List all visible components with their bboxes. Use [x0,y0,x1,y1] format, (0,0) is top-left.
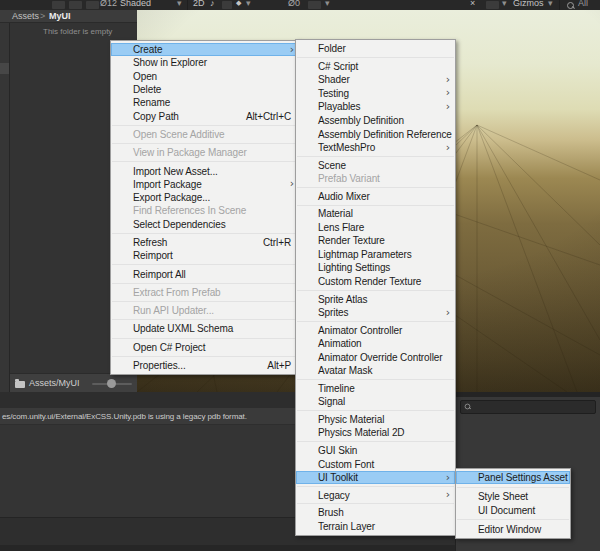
panel-search-input[interactable] [460,400,596,414]
menu-item-label: Reimport [133,250,173,261]
submenu-arrow-icon: › [446,142,450,153]
menu-separator [297,410,454,411]
menu-item-signal[interactable]: Signal [296,395,455,409]
menu-separator [112,264,298,265]
lighting-toggle-icon[interactable] [222,1,232,9]
menu-item-reimport-all[interactable]: Reimport All [111,267,299,280]
menu-item-timeline[interactable]: Timeline [296,382,455,396]
menu-item-label: Material [318,208,353,219]
2d-toggle[interactable]: 2D [193,0,205,10]
menu-item-folder[interactable]: Folder [296,42,455,56]
menu-item-export-package[interactable]: Export Package... [111,191,299,204]
breadcrumb-separator: > [40,11,45,22]
menu-item-animator-controller[interactable]: Animator Controller [296,323,455,337]
menu-item-material[interactable]: Material [296,207,455,221]
menu-item-animator-override-controller[interactable]: Animator Override Controller [296,350,455,364]
menu-item-delete[interactable]: Delete [111,83,299,96]
menu-item-show-in-explorer[interactable]: Show in Explorer [111,56,299,69]
menu-item-c-script[interactable]: C# Script [296,60,455,74]
panel-top-strip [456,392,600,397]
menu-item-avatar-mask[interactable]: Avatar Mask [296,364,455,378]
effects-dropdown-icon[interactable]: ◆ [236,0,241,10]
menu-item-editor-window[interactable]: Editor Window [456,523,570,536]
menu-item-open[interactable]: Open [111,70,299,83]
menu-item-select-dependencies[interactable]: Select Dependencies [111,218,299,231]
menu-item-render-texture[interactable]: Render Texture [296,234,455,248]
menu-item-animation[interactable]: Animation [296,337,455,351]
menu-separator [457,487,569,488]
ui-toolkit-submenu: Panel Settings AssetStyle SheetUI Docume… [455,468,571,539]
menu-item-textmeshpro[interactable]: TextMeshPro› [296,141,455,155]
menu-item-custom-font[interactable]: Custom Font [296,457,455,471]
menu-item-label: Avatar Mask [318,365,372,376]
empty-folder-text: This folder is empty [43,27,112,36]
camera-icon[interactable] [486,1,499,9]
zoom-slider-handle[interactable] [107,379,116,388]
chevron-down-icon: ▾ [548,0,553,10]
scene-search-input[interactable]: All [578,0,588,10]
menu-item-physic-material[interactable]: Physic Material [296,413,455,427]
menu-item-label: Physics Material 2D [318,427,404,438]
menu-item-lighting-settings[interactable]: Lighting Settings [296,261,455,275]
breadcrumb-current[interactable]: MyUI [49,11,71,22]
menu-item-rename[interactable]: Rename [111,96,299,109]
audio-toggle-icon[interactable]: ♪ [210,0,215,10]
resize-gripper[interactable] [0,63,9,74]
menu-item-run-api-updater: Run API Updater... [111,304,299,317]
menu-separator [457,519,569,520]
menu-item-gui-skin[interactable]: GUI Skin [296,444,455,458]
menu-item-shortcut: Alt+Ctrl+C [236,111,291,122]
menu-item-open-c-project[interactable]: Open C# Project [111,341,299,354]
close-icon[interactable]: × [470,0,475,10]
menu-item-label: Lightmap Parameters [318,249,412,260]
menu-item-style-sheet[interactable]: Style Sheet [456,490,570,503]
menu-item-create[interactable]: Create› [111,43,299,56]
menu-item-sprite-atlas[interactable]: Sprite Atlas [296,292,455,306]
menu-item-label: Copy Path [133,111,179,122]
menu-item-properties[interactable]: Properties...Alt+P [111,359,299,372]
menu-item-shader[interactable]: Shader› [296,73,455,87]
gizmos-dropdown[interactable]: Gizmos [513,0,544,10]
menu-item-ui-document[interactable]: UI Document [456,504,570,517]
menu-separator [112,161,298,162]
menu-separator [112,338,298,339]
menu-item-custom-render-texture[interactable]: Custom Render Texture [296,275,455,289]
menu-item-label: Terrain Layer [318,521,375,532]
menu-item-label: Assembly Definition Reference [318,129,452,140]
menu-item-update-uxml-schema[interactable]: Update UXML Schema [111,322,299,335]
tool-icon[interactable] [52,1,65,9]
submenu-arrow-icon: › [290,178,294,189]
menu-item-reimport[interactable]: Reimport [111,249,299,262]
breadcrumb-root[interactable]: Assets [12,11,39,22]
menu-item-assembly-definition-reference[interactable]: Assembly Definition Reference [296,127,455,141]
menu-item-testing[interactable]: Testing› [296,87,455,101]
create-submenu: FolderC# ScriptShader›Testing›Playables›… [295,39,456,536]
menu-separator [112,283,298,284]
tool-icon[interactable] [308,1,321,9]
menu-item-refresh[interactable]: RefreshCtrl+R [111,236,299,249]
menu-item-sprites[interactable]: Sprites› [296,306,455,320]
menu-item-ui-toolkit[interactable]: UI Toolkit› [296,471,455,485]
menu-item-audio-mixer[interactable]: Audio Mixer [296,189,455,203]
tool-icon[interactable] [69,1,82,9]
menu-item-import-package[interactable]: Import Package› [111,178,299,191]
menu-item-lightmap-parameters[interactable]: Lightmap Parameters [296,248,455,262]
menu-item-label: Prefab Variant [318,173,380,184]
shaded-dropdown[interactable]: Shaded [120,0,151,10]
menu-item-legacy[interactable]: Legacy› [296,488,455,502]
menu-item-label: Import Package [133,179,202,190]
menu-item-import-new-asset[interactable]: Import New Asset... [111,164,299,177]
menu-item-copy-path[interactable]: Copy PathAlt+Ctrl+C [111,109,299,122]
menu-item-lens-flare[interactable]: Lens Flare [296,221,455,235]
menu-separator [297,156,454,157]
menu-item-brush[interactable]: Brush [296,506,455,520]
menu-item-open-scene-additive: Open Scene Additive [111,128,299,141]
tool-icon[interactable] [86,1,99,9]
menu-item-playables[interactable]: Playables› [296,100,455,114]
menu-item-terrain-layer[interactable]: Terrain Layer [296,520,455,534]
menu-item-scene[interactable]: Scene [296,158,455,172]
menu-item-physics-material-2d[interactable]: Physics Material 2D [296,426,455,440]
menu-item-assembly-definition[interactable]: Assembly Definition [296,114,455,128]
menu-item-panel-settings-asset[interactable]: Panel Settings Asset [456,471,570,484]
menu-item-prefab-variant: Prefab Variant [296,172,455,186]
